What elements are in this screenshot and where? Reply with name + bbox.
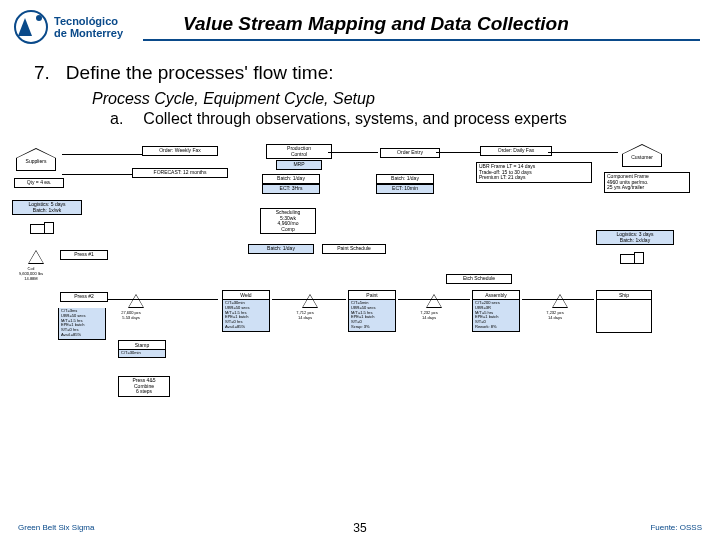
vsm-diagram: Suppliers Qty = 4 ea. Order: Weekly Fax … <box>12 144 708 444</box>
logistics-out: Logistics: 3 days Batch: 1x/day <box>596 230 674 245</box>
item-number: 7. <box>34 62 50 84</box>
inventory-triangle-icon <box>128 294 144 308</box>
inventory-triangle-icon <box>28 250 44 264</box>
line <box>328 152 378 153</box>
proc-press: C/T=3ms UBR=50 secs M/T=1.5 hrs EPE=1 ba… <box>58 308 106 340</box>
footer-source: Fuente: OSSS <box>650 523 702 532</box>
inventory-triangle-icon <box>552 294 568 308</box>
logo-mark-icon <box>14 10 48 44</box>
scheduling-box: Scheduling 5:30wk 4,960/mo Comp <box>260 208 316 234</box>
press45: Press 4&5 Combine 6 steps <box>118 376 170 397</box>
slide-title: Value Stream Mapping and Data Collection <box>143 13 700 41</box>
forecast-box: FORECAST: 12 months <box>132 168 228 178</box>
line <box>436 152 480 153</box>
order-daily-box: Order: Daily Fax <box>480 146 552 156</box>
house-roof-icon <box>16 148 56 158</box>
logistics-in: Logistics: 5 days Batch: 1x/wk <box>12 200 82 215</box>
weld-metrics: C/T=30min UBR=50 secs M/T=1.5 hrs EPE=1 … <box>222 300 270 332</box>
sub-content: Process Cycle, Equipment Cycle, Setup a.… <box>92 90 680 128</box>
comp-frame: Component Frame 4960 units per/mo. 25 yr… <box>604 172 690 193</box>
customer-house: Customer <box>622 144 662 167</box>
customer-lt: UBR Frame LT = 14 days Trade-off: 15 to … <box>476 162 592 183</box>
truck-icon <box>620 252 644 266</box>
line <box>62 174 132 175</box>
suppliers-house: Suppliers <box>16 148 56 171</box>
title-wrap: Value Stream Mapping and Data Collection <box>143 13 700 41</box>
paint-head: Paint <box>348 290 396 300</box>
tri-1: 27,600 pcs 5.53 days <box>116 310 146 320</box>
line <box>272 299 346 300</box>
inventory-triangle-icon <box>302 294 318 308</box>
proc-assembly: Assembly C/T=200 secs UBR=3R M/T=5 hrs E… <box>472 290 520 332</box>
tri-2: 7,712 pcs 14 days <box>290 310 320 320</box>
proc-paint: Paint C/T=5min UBR=50 secs M/T=1.5 hrs E… <box>348 290 396 332</box>
stamp-head: Stamp <box>118 340 166 350</box>
customer-label: Customer <box>622 154 662 167</box>
mrp-box: MRP <box>276 160 322 170</box>
suppliers-label: Suppliers <box>16 158 56 171</box>
tri-3: 7,232 pcs 14 days <box>414 310 444 320</box>
page-number: 35 <box>353 521 366 535</box>
weld-head: Weld <box>222 290 270 300</box>
press2: Press #2 <box>60 292 108 302</box>
ect-10min: ECT: 10min <box>376 184 434 194</box>
sub-row: a. Collect through observations, systems… <box>110 110 680 128</box>
line <box>398 299 470 300</box>
proc-stamp: Stamp C/T=30min <box>118 340 166 358</box>
truck-icon <box>30 222 54 236</box>
suppliers-qty: Qty = 4 ea. <box>14 178 64 188</box>
ship-head: Ship <box>596 290 652 300</box>
batch-1day2: Batch: 1/day <box>376 174 434 184</box>
logo-line2: de Monterrey <box>54 27 123 39</box>
etch-sched: Etch Schedule <box>446 274 512 284</box>
content: 7. Define the processes' flow time: Proc… <box>0 44 720 128</box>
press1: Press #1 <box>60 250 108 260</box>
item-text: Define the processes' flow time: <box>66 62 334 84</box>
line <box>108 299 218 300</box>
line <box>548 152 618 153</box>
proc-weld: Weld C/T=30min UBR=50 secs M/T=1.5 hrs E… <box>222 290 270 332</box>
sub-italic: Process Cycle, Equipment Cycle, Setup <box>92 90 680 108</box>
line <box>522 299 594 300</box>
order-entry-box: Order Entry <box>380 148 440 158</box>
logo: Tecnológico de Monterrey <box>14 10 123 44</box>
press-metrics: C/T=3ms UBR=50 secs M/T=1.5 hrs EPE=1 ba… <box>58 308 106 340</box>
tri-4: 7,232 pcs 14 days <box>540 310 570 320</box>
ship-body <box>596 300 652 333</box>
logo-text: Tecnológico de Monterrey <box>54 15 123 39</box>
batch-1day: Batch: 1/day <box>262 174 320 184</box>
house-roof-icon <box>622 144 662 154</box>
list-item: 7. Define the processes' flow time: <box>34 62 680 84</box>
logo-line1: Tecnológico <box>54 15 123 27</box>
arrow <box>62 154 142 155</box>
slide-header: Tecnológico de Monterrey Value Stream Ma… <box>0 0 720 44</box>
order-weekly-box: Order: Weekly Fax <box>142 146 218 156</box>
ect-3hrs: ECT: 3Hrs <box>262 184 320 194</box>
batch-1day3: Batch: 1/day <box>248 244 314 254</box>
sub-text: Collect through observations, systems, a… <box>143 110 566 128</box>
prod-control-box: Production Control <box>266 144 332 159</box>
footer-left: Green Belt Six Sigma <box>18 523 94 532</box>
tri-coil: Coil 9,600,000 lbs 14.88M <box>16 266 46 281</box>
paint-sched: Paint Schedule <box>322 244 386 254</box>
proc-ship: Ship <box>596 290 652 333</box>
slide-footer: Green Belt Six Sigma 35 Fuente: OSSS <box>0 523 720 532</box>
sub-letter: a. <box>110 110 123 128</box>
inventory-triangle-icon <box>426 294 442 308</box>
stamp-metrics: C/T=30min <box>118 350 166 358</box>
assembly-metrics: C/T=200 secs UBR=3R M/T=5 hrs EPE=1 batc… <box>472 300 520 332</box>
paint-metrics: C/T=5min UBR=50 secs M/T=1.5 hrs EPE=1 b… <box>348 300 396 332</box>
assembly-head: Assembly <box>472 290 520 300</box>
